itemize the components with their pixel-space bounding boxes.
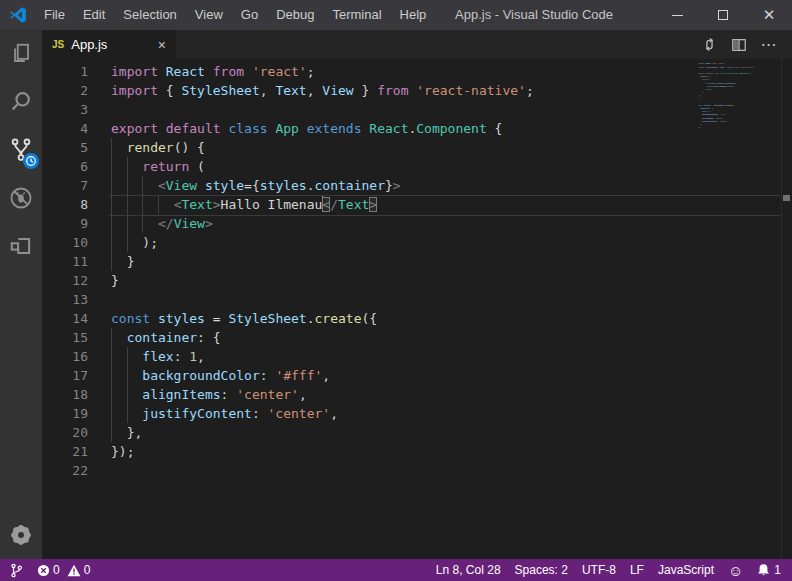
menu-terminal[interactable]: Terminal: [323, 0, 390, 30]
minimap[interactable]: import React from 'react';import { Style…: [698, 62, 762, 172]
line-number: 6: [42, 157, 88, 176]
overview-ruler[interactable]: [781, 59, 792, 559]
gear-shape-rotated: [10, 524, 33, 547]
open-changes-icon[interactable]: [694, 30, 724, 59]
indent-guide: [127, 214, 128, 233]
code-line: alignItems: 'center',: [111, 385, 780, 404]
indent-guide: [127, 385, 128, 404]
line-number: 11: [42, 252, 88, 271]
code-line: import React from 'react';: [111, 62, 780, 81]
code-line: container: {: [111, 328, 780, 347]
warning-icon: [67, 564, 81, 577]
more-actions-icon[interactable]: ⋯: [754, 30, 784, 59]
tab-bar: JS App.js ×: [42, 30, 792, 59]
language-mode-item[interactable]: JavaScript: [651, 559, 721, 581]
line-number-gutter[interactable]: 12345678910111213141516171819202122: [42, 62, 88, 559]
indent-guide: [111, 138, 112, 157]
indent-guide: [142, 214, 143, 233]
indent-guide: [158, 195, 159, 214]
indent-guide: [111, 157, 112, 176]
clock-icon: [25, 155, 37, 167]
git-branch-icon: [10, 563, 23, 578]
git-branch-item[interactable]: [0, 559, 30, 581]
indentation-item[interactable]: Spaces: 2: [508, 559, 575, 581]
cursor-position-item[interactable]: Ln 8, Col 28: [429, 559, 508, 581]
cursor-position-marker: [783, 195, 790, 201]
menu-go[interactable]: Go: [232, 0, 267, 30]
indent-guide: [111, 423, 112, 442]
vscode-logo-icon: [9, 6, 27, 24]
code-line: [111, 100, 780, 119]
menu-edit[interactable]: Edit: [74, 0, 114, 30]
indent-guide: [111, 328, 112, 347]
code-line: backgroundColor: '#fff',: [111, 366, 780, 385]
split-editor-icon[interactable]: [724, 30, 754, 59]
indent-guide: [111, 214, 112, 233]
line-number: 19: [42, 404, 88, 423]
code-line: render() {: [111, 138, 780, 157]
indent-guide: [111, 233, 112, 252]
code-line: },: [111, 423, 780, 442]
extensions-icon[interactable]: [0, 222, 42, 270]
bell-icon: [757, 563, 770, 577]
scm-progress-badge: [23, 153, 39, 169]
feedback-smiley-icon[interactable]: ☺: [721, 559, 750, 581]
menu-file[interactable]: File: [35, 0, 74, 30]
indent-guide: [111, 195, 112, 214]
menu-help[interactable]: Help: [391, 0, 436, 30]
tab-close-icon[interactable]: ×: [158, 38, 166, 52]
eol-item[interactable]: LF: [623, 559, 651, 581]
line-number: 21: [42, 442, 88, 461]
code-line: [111, 461, 780, 480]
indent-guide: [127, 404, 128, 423]
error-count: 0: [53, 563, 60, 577]
code-content[interactable]: import React from 'react';import { Style…: [111, 62, 780, 559]
code-line: import { StyleSheet, Text, View } from '…: [111, 81, 780, 100]
minimize-icon: [672, 15, 683, 16]
problems-item[interactable]: 0 0: [30, 559, 97, 581]
line-number: 17: [42, 366, 88, 385]
code-line: });: [111, 442, 780, 461]
line-number: 18: [42, 385, 88, 404]
explorer-icon[interactable]: [0, 30, 42, 78]
debug-icon[interactable]: [0, 174, 42, 222]
settings-gear-icon[interactable]: [10, 524, 32, 546]
maximize-button[interactable]: [700, 0, 746, 30]
code-line: <Text>Hallo Ilmenau</Text>: [111, 195, 780, 214]
notifications-item[interactable]: 1: [750, 559, 792, 581]
menu-selection[interactable]: Selection: [114, 0, 185, 30]
code-line: [698, 129, 761, 132]
line-number: 5: [42, 138, 88, 157]
encoding-item[interactable]: UTF-8: [575, 559, 623, 581]
menu-debug[interactable]: Debug: [267, 0, 323, 30]
code-line: [111, 290, 780, 309]
tab-appjs[interactable]: JS App.js ×: [42, 30, 176, 59]
search-icon[interactable]: [0, 78, 42, 126]
code-line: const styles = StyleSheet.create({: [111, 309, 780, 328]
code-line: justifyContent: 'center',: [111, 404, 780, 423]
indent-guide: [127, 347, 128, 366]
title-bar: FileEditSelectionViewGoDebugTerminalHelp…: [0, 0, 792, 30]
editor-actions: ⋯: [694, 30, 792, 59]
code-line: flex: 1,: [111, 347, 780, 366]
code-editor: 12345678910111213141516171819202122 impo…: [42, 59, 792, 559]
indent-guide: [142, 195, 143, 214]
line-number: 20: [42, 423, 88, 442]
indent-guide: [111, 385, 112, 404]
close-window-button[interactable]: ✕: [746, 0, 792, 30]
warning-count: 0: [84, 563, 91, 577]
menu-view[interactable]: View: [186, 0, 232, 30]
close-icon: ✕: [763, 6, 776, 24]
line-number: 14: [42, 309, 88, 328]
code-line: export default class App extends React.C…: [111, 119, 780, 138]
notification-count: 1: [774, 563, 781, 577]
minimap-content: import React from 'react';import { Style…: [698, 62, 761, 132]
code-line: </View>: [111, 214, 780, 233]
maximize-icon: [718, 10, 728, 20]
line-number: 3: [42, 100, 88, 119]
window-controls: ✕: [654, 0, 792, 30]
line-number: 10: [42, 233, 88, 252]
indent-guide: [111, 347, 112, 366]
source-control-icon[interactable]: [0, 126, 42, 174]
minimize-button[interactable]: [654, 0, 700, 30]
